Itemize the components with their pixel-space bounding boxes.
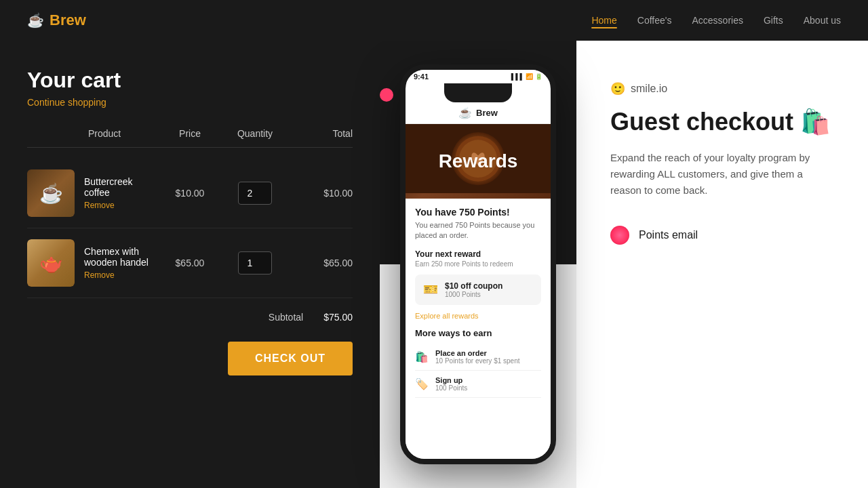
- main-content: Your cart Continue shopping Product Pric…: [0, 41, 868, 488]
- earn-order-desc: 10 Points for every $1 spent: [435, 357, 520, 365]
- reward-points: 1000 Points: [445, 291, 502, 298]
- earn-order-info: Place an order 10 Points for every $1 sp…: [435, 349, 520, 365]
- phone-logo-text: Brew: [476, 108, 498, 118]
- cart-panel: Your cart Continue shopping Product Pric…: [0, 41, 380, 488]
- navigation: Home Coffee's Accessories Gifts About us: [591, 15, 841, 26]
- phone-logo-icon: ☕: [458, 106, 472, 119]
- nav-home[interactable]: Home: [591, 15, 616, 26]
- phone-mockup: 9:41 ▌▌▌ 📶 🔋 ☕ Brew: [400, 64, 556, 464]
- quantity-input-1[interactable]: [238, 182, 272, 205]
- product-name-1: Buttercreek coffee: [84, 176, 157, 198]
- cart-table-header: Product Price Quantity Total: [27, 128, 353, 148]
- points-earned-title: You have 750 Points!: [415, 207, 541, 218]
- checkout-section: CHECK OUT: [27, 336, 353, 375]
- cart-title: Your cart: [27, 68, 353, 93]
- subtotal-label: Subtotal: [269, 312, 303, 323]
- nav-accessories[interactable]: Accessories: [692, 15, 743, 26]
- phone-notch: [444, 83, 512, 102]
- subtotal-amount: $75.00: [323, 312, 353, 323]
- product-image-2: [27, 239, 75, 287]
- reward-card[interactable]: 🎫 $10 off coupon 1000 Points: [415, 274, 541, 305]
- logo-text: Brew: [50, 12, 86, 29]
- guest-checkout-description: Expand the reach of your loyalty program…: [610, 150, 827, 199]
- col-header-quantity: Quantity: [222, 128, 288, 139]
- phone-time: 9:41: [414, 73, 429, 81]
- earn-signup-name: Sign up: [435, 376, 467, 384]
- smile-panel: 🙂 smile.io Guest checkout 🛍️ Expand the …: [576, 41, 868, 488]
- earn-signup-desc: 100 Points: [435, 384, 467, 392]
- phone-app-header: ☕ Brew: [406, 102, 551, 124]
- next-reward-desc: Earn 250 more Points to redeem: [415, 260, 541, 268]
- col-header-product: Product: [27, 128, 157, 139]
- earn-item-signup: 🏷️ Sign up 100 Points: [415, 371, 541, 398]
- product-image-1: [27, 169, 75, 217]
- more-ways-title: More ways to earn: [415, 328, 541, 338]
- item-1-qty[interactable]: [222, 182, 288, 205]
- points-earned-desc: You earned 750 Points because you placed…: [415, 220, 541, 241]
- earn-signup-icon: 🏷️: [415, 378, 429, 390]
- phone-panel: 9:41 ▌▌▌ 📶 🔋 ☕ Brew: [380, 41, 576, 488]
- reward-info: $10 off coupon 1000 Points: [445, 281, 502, 298]
- feature-label: Points email: [639, 229, 698, 241]
- cart-item-product-1: Buttercreek coffee Remove: [27, 169, 157, 217]
- logo-icon: ☕: [27, 12, 44, 28]
- checkout-button[interactable]: CHECK OUT: [228, 342, 353, 375]
- continue-shopping-link[interactable]: Continue shopping: [27, 97, 353, 108]
- phone-status-bar: 9:41 ▌▌▌ 📶 🔋: [406, 70, 551, 83]
- cart-item-product-2: Chemex with wooden handel Remove: [27, 239, 157, 287]
- next-reward-title: Your next reward: [415, 249, 541, 259]
- logo: ☕ Brew: [27, 12, 86, 29]
- product-info-2: Chemex with wooden handel Remove: [84, 246, 157, 280]
- guest-checkout-title: Guest checkout 🛍️: [610, 107, 834, 136]
- cart-subtotal: Subtotal $75.00: [27, 298, 353, 336]
- coffee-image: [27, 169, 75, 217]
- item-1-total: $10.00: [288, 188, 353, 199]
- col-header-price: Price: [157, 128, 222, 139]
- nav-gifts[interactable]: Gifts: [764, 15, 783, 26]
- remove-item-2[interactable]: Remove: [84, 270, 157, 280]
- earn-item-order: 🛍️ Place an order 10 Points for every $1…: [415, 344, 541, 371]
- item-2-price: $65.00: [157, 258, 222, 268]
- table-row: Chemex with wooden handel Remove $65.00 …: [27, 228, 353, 298]
- table-row: Buttercreek coffee Remove $10.00 $10.00: [27, 159, 353, 228]
- nav-about[interactable]: About us: [804, 15, 841, 26]
- col-header-total: Total: [288, 128, 353, 139]
- explore-rewards-link[interactable]: Explore all rewards: [415, 312, 541, 320]
- smile-logo: 🙂 smile.io: [610, 81, 834, 96]
- chemex-image: [27, 239, 75, 287]
- rewards-hero-text: Rewards: [439, 150, 518, 172]
- reward-name: $10 off coupon: [445, 281, 502, 291]
- feature-points-email: Points email: [610, 226, 834, 245]
- notification-dot: [380, 88, 393, 102]
- earn-order-icon: 🛍️: [415, 350, 429, 363]
- smile-smiley-icon: 🙂: [610, 81, 625, 96]
- product-name-2: Chemex with wooden handel: [84, 246, 157, 268]
- item-2-total: $65.00: [288, 258, 353, 268]
- smile-brand: smile.io: [631, 83, 667, 95]
- phone-hero-banner: Rewards: [406, 124, 551, 199]
- item-1-price: $10.00: [157, 188, 222, 199]
- phone-status-icons: ▌▌▌ 📶 🔋: [511, 73, 542, 80]
- quantity-input-2[interactable]: [238, 251, 272, 274]
- phone-scrollable-content[interactable]: You have 750 Points! You earned 750 Poin…: [406, 199, 551, 459]
- item-2-qty[interactable]: [222, 251, 288, 274]
- reward-coupon-icon: 🎫: [423, 282, 438, 297]
- earn-order-name: Place an order: [435, 349, 520, 357]
- points-email-dot: [610, 226, 629, 245]
- product-info-1: Buttercreek coffee Remove: [84, 176, 157, 210]
- earn-signup-info: Sign up 100 Points: [435, 376, 467, 392]
- remove-item-1[interactable]: Remove: [84, 201, 157, 210]
- nav-coffees[interactable]: Coffee's: [637, 15, 672, 26]
- header: ☕ Brew Home Coffee's Accessories Gifts A…: [0, 0, 868, 41]
